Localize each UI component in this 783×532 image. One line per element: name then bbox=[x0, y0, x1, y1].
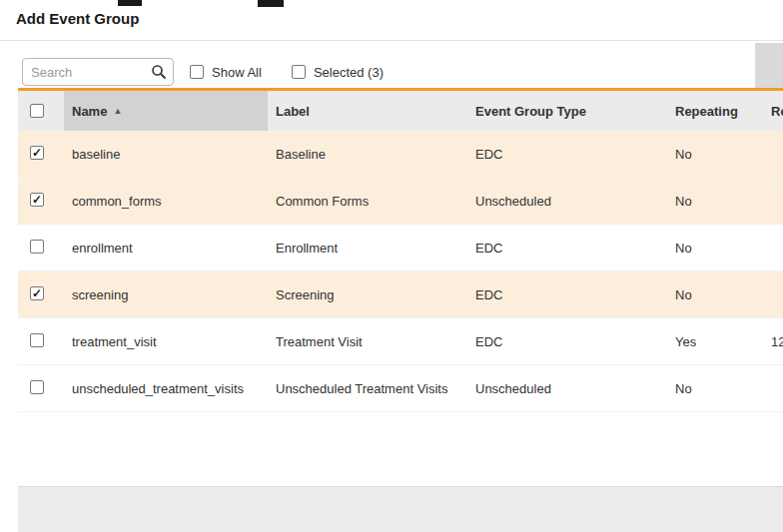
background-window-edge bbox=[258, 0, 284, 7]
table-row[interactable]: common_forms Common Forms Unscheduled No bbox=[18, 178, 783, 225]
cell-repeating: No bbox=[667, 381, 763, 396]
cell-repeating: No bbox=[667, 241, 763, 256]
selected-label: Selected (3) bbox=[314, 65, 384, 80]
select-all-checkbox[interactable] bbox=[30, 104, 44, 118]
cell-repeating: Yes bbox=[667, 334, 763, 349]
column-header-name[interactable]: Name ▲ bbox=[64, 91, 268, 131]
sort-asc-icon: ▲ bbox=[113, 106, 122, 116]
table-header-row: Name ▲ Label Event Group Type Repeating … bbox=[18, 91, 783, 131]
row-checkbox[interactable] bbox=[30, 286, 44, 300]
selected-toggle[interactable]: Selected (3) bbox=[292, 65, 384, 80]
cell-repeating: No bbox=[667, 287, 763, 302]
event-group-table: Name ▲ Label Event Group Type Repeating … bbox=[18, 88, 783, 412]
cell-type: EDC bbox=[467, 287, 667, 302]
modal-footer bbox=[18, 486, 783, 532]
row-checkbox[interactable] bbox=[30, 380, 44, 394]
show-all-label: Show All bbox=[212, 65, 262, 80]
cell-type: Unscheduled bbox=[467, 194, 667, 209]
cell-name: enrollment bbox=[64, 241, 268, 256]
cell-name: screening bbox=[64, 287, 268, 302]
cell-label: Screening bbox=[268, 287, 467, 302]
cell-type: EDC bbox=[467, 241, 667, 256]
modal-title: Add Event Group bbox=[16, 10, 139, 27]
row-checkbox[interactable] bbox=[30, 240, 44, 254]
cell-extra: 12 bbox=[763, 334, 783, 349]
cell-repeating: No bbox=[667, 147, 763, 162]
table-row[interactable]: enrollment Enrollment EDC No bbox=[18, 225, 783, 271]
table-row[interactable]: unscheduled_treatment_visits Unscheduled… bbox=[18, 365, 783, 412]
background-window-edge bbox=[118, 0, 142, 6]
cell-label: Treatment Visit bbox=[268, 334, 467, 349]
cell-name: common_forms bbox=[64, 194, 268, 209]
column-header-label[interactable]: Label bbox=[268, 91, 467, 131]
column-header-repeating[interactable]: Repeating bbox=[667, 91, 763, 131]
toolbar: Show All Selected (3) bbox=[22, 57, 413, 87]
table-row[interactable]: screening Screening EDC No bbox=[18, 271, 783, 318]
cell-type: Unscheduled bbox=[467, 381, 667, 396]
cell-type: EDC bbox=[467, 147, 667, 162]
search-icon[interactable] bbox=[151, 64, 167, 80]
show-all-toggle[interactable]: Show All bbox=[190, 65, 262, 80]
table-row[interactable]: treatment_visit Treatment Visit EDC Yes … bbox=[18, 318, 783, 365]
show-all-checkbox[interactable] bbox=[190, 65, 204, 79]
row-checkbox[interactable] bbox=[30, 333, 44, 347]
cell-name: baseline bbox=[64, 147, 268, 162]
cell-name: unscheduled_treatment_visits bbox=[64, 381, 268, 396]
row-checkbox[interactable] bbox=[30, 146, 44, 160]
cell-label: Enrollment bbox=[268, 241, 467, 256]
title-divider bbox=[0, 40, 783, 41]
cell-repeating: No bbox=[667, 194, 763, 209]
table-row[interactable]: baseline Baseline EDC No bbox=[18, 131, 783, 178]
background-panel bbox=[755, 43, 783, 88]
cell-label: Baseline bbox=[268, 147, 467, 162]
row-checkbox[interactable] bbox=[30, 193, 44, 207]
search-box bbox=[22, 58, 174, 86]
cell-label: Unscheduled Treatment Visits bbox=[268, 381, 467, 396]
cell-label: Common Forms bbox=[268, 194, 467, 209]
cell-name: treatment_visit bbox=[64, 334, 268, 349]
column-header-event-group-type[interactable]: Event Group Type bbox=[467, 91, 667, 131]
selected-checkbox[interactable] bbox=[292, 65, 306, 79]
column-header-clipped[interactable]: Re bbox=[763, 91, 783, 131]
cell-type: EDC bbox=[467, 334, 667, 349]
